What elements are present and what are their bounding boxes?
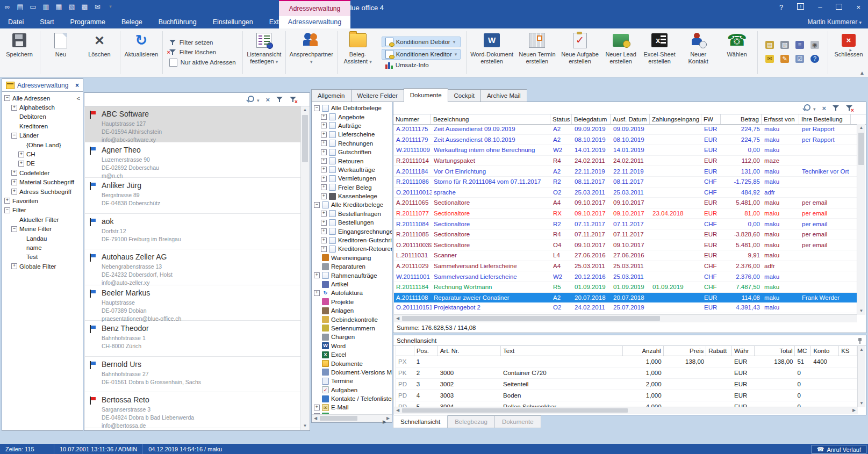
- checklist-icon[interactable]: ☑: [795, 55, 804, 63]
- doc-tree-item[interactable]: Chargen: [312, 333, 392, 341]
- tree-toggle-icon[interactable]: [321, 122, 327, 128]
- tree-toggle-icon[interactable]: [314, 405, 320, 410]
- print-export-icon[interactable]: ▧: [780, 41, 789, 49]
- ribbon-display-icon[interactable]: ↑: [797, 3, 804, 10]
- scroll-right-icon[interactable]: ▶: [850, 407, 858, 414]
- module-document-tab[interactable]: Adressverwaltung ×: [2, 78, 83, 92]
- nav-tree-item[interactable]: Alle Adressen: [2, 93, 83, 103]
- table-row[interactable]: A.20111175 Zeit Aussendienst 09.09.2019 …: [394, 124, 857, 135]
- doc-tree-item[interactable]: Eingangsrechnungen: [312, 227, 392, 235]
- cd-icon[interactable]: ◉: [810, 41, 819, 49]
- quickview-row[interactable]: PD 4 3003 Boden 1,000 EUR 0: [396, 390, 857, 401]
- scroll-left-icon[interactable]: ◀: [394, 407, 401, 414]
- bottom-tab[interactable]: Belegbezug: [448, 415, 495, 428]
- chart-icon[interactable]: ▥: [42, 3, 50, 11]
- menu-item-adressverwaltung-active[interactable]: Adressverwaltung: [279, 16, 350, 28]
- nav-tree-item[interactable]: Kreditoren: [2, 121, 83, 131]
- quick-access-dropdown-icon[interactable]: ▾: [106, 3, 114, 11]
- help-round-icon[interactable]: ?: [810, 55, 819, 63]
- conditions-creditor-button[interactable]: Konditionen Kreditor▾: [382, 49, 461, 60]
- menu-item[interactable]: Belege: [113, 16, 150, 28]
- menu-item[interactable]: Programme: [62, 16, 113, 28]
- table-row[interactable]: A.20111179 Zeit Aussendienst 08.10.2019 …: [394, 135, 857, 146]
- document-list-icon[interactable]: ≡: [795, 41, 804, 49]
- doc-tree-item[interactable]: Dokumente: [312, 359, 392, 367]
- column-header[interactable]: Status: [550, 114, 572, 124]
- table-row[interactable]: R.20111085 Sectionaltore R4 07.11.2017 0…: [394, 229, 857, 240]
- doc-tree-item[interactable]: Retouren: [312, 156, 392, 165]
- note-edit-icon[interactable]: ✎: [780, 55, 789, 63]
- doc-tree-item[interactable]: Autofaktura: [312, 289, 392, 297]
- new-doc-icon[interactable]: ▭: [29, 3, 37, 11]
- detail-tab[interactable]: Cockpit: [448, 89, 480, 102]
- help-icon[interactable]: ?: [779, 3, 783, 11]
- clear-search-icon[interactable]: ×: [266, 96, 270, 104]
- doc-tree-item[interactable]: Freier Beleg: [312, 183, 392, 192]
- column-header[interactable]: FW: [701, 114, 721, 124]
- doc-tree-item[interactable]: Kreditoren-Gutschrifte: [312, 236, 392, 244]
- doc-tree-item[interactable]: E-Mail: [312, 403, 392, 412]
- doc-tree-item[interactable]: Seriennummern: [312, 324, 392, 333]
- doc-tree-item[interactable]: Aufträge: [312, 121, 392, 130]
- column-header[interactable]: Konto: [811, 346, 839, 356]
- doc-tree-item[interactable]: Gebindekontrolle: [312, 315, 392, 323]
- table-row[interactable]: W.20111009 Werkauftrag intern ohne Berec…: [394, 145, 857, 156]
- tree-toggle-icon[interactable]: [321, 149, 327, 155]
- filter-icon[interactable]: [276, 96, 283, 103]
- ribbon-overflow-icon[interactable]: ▸: [849, 47, 852, 53]
- quickview-row[interactable]: PK 2 3000 Container C720 1,000 EUR 0: [396, 367, 857, 379]
- scroll-up-icon[interactable]: ▲: [858, 346, 865, 354]
- nav-tree-item[interactable]: Landau: [2, 234, 83, 243]
- create-button[interactable]: Neuen Terminerstellen: [516, 28, 558, 77]
- clear-search-icon[interactable]: ×: [822, 104, 826, 112]
- tree-toggle-icon[interactable]: [321, 158, 327, 164]
- table-row[interactable]: O.201110039 Sectionaltore O4 09.10.2017 …: [394, 240, 857, 251]
- tree-toggle-icon[interactable]: [11, 179, 17, 185]
- column-header[interactable]: Preis: [664, 346, 707, 356]
- tree-toggle-icon[interactable]: [11, 133, 17, 139]
- table-row[interactable]: O.201110013 sprache O2 25.03.2011 25.03.…: [394, 188, 857, 198]
- column-header[interactable]: Betrag: [721, 114, 762, 124]
- menu-item[interactable]: Datei: [0, 16, 32, 28]
- revenue-info-button[interactable]: Umsatz-Info: [382, 61, 461, 69]
- table-row[interactable]: O.201110151 Projektangebot 2 O2 24.02.20…: [394, 302, 857, 313]
- contact-person-button[interactable]: Ansprechpartner▾: [287, 28, 336, 77]
- tree-toggle-icon[interactable]: [11, 263, 17, 269]
- tree-toggle-icon[interactable]: [11, 170, 17, 176]
- column-header[interactable]: Anzahl: [623, 346, 664, 356]
- doc-tree-item[interactable]: Gutschriften: [312, 148, 392, 156]
- nav-tree-item[interactable]: Länder: [2, 131, 83, 140]
- doc-tree-item[interactable]: Bestellungen: [312, 218, 392, 227]
- doc-tree-item[interactable]: Reparaturen: [312, 262, 392, 271]
- address-list-item[interactable]: Bertossa Reto Sarganserstrasse 3 DE-0492…: [85, 392, 301, 428]
- column-header[interactable]: KS: [839, 346, 857, 356]
- tree-toggle-icon[interactable]: [321, 114, 327, 120]
- splitter-expand-icon[interactable]: ▶: [383, 419, 386, 424]
- column-header[interactable]: Ausf. Datum: [611, 114, 650, 124]
- nav-tree-item[interactable]: Meine Filter: [2, 224, 83, 233]
- nav-tree-item[interactable]: Test: [2, 253, 83, 262]
- column-header[interactable]: Währ: [732, 346, 755, 356]
- tree-toggle-icon[interactable]: [321, 237, 327, 243]
- tree-toggle-icon[interactable]: [11, 189, 17, 194]
- table-vscrollbar[interactable]: ▲ ▼: [857, 124, 865, 315]
- doc-tree-item[interactable]: Word: [312, 342, 392, 350]
- column-header[interactable]: Erfasst von: [762, 114, 799, 124]
- nav-tree-item[interactable]: Favoriten: [2, 196, 83, 205]
- nav-tree-item[interactable]: Globale Filter: [2, 262, 83, 271]
- column-header[interactable]: Bezeichnung: [431, 114, 550, 124]
- bottom-tab[interactable]: Schnellansicht: [393, 415, 448, 428]
- detail-tab[interactable]: Weitere Felder: [351, 89, 404, 102]
- column-header[interactable]: Ihre Bestellung: [799, 114, 851, 124]
- nav-tree-item[interactable]: name: [2, 243, 83, 252]
- bottom-tab[interactable]: Dokumente: [495, 415, 541, 428]
- address-list-item[interactable]: Anliker Jürg Bergstrasse 89 DE-04838 Dob…: [85, 178, 301, 214]
- doc-tree-item[interactable]: Kassenbelege: [312, 192, 392, 200]
- doc-tree-item[interactable]: Angebote: [312, 112, 392, 121]
- filter-clear-icon[interactable]: ×: [290, 96, 297, 103]
- filter-icon[interactable]: [833, 105, 840, 111]
- create-button[interactable]: NeuerKontakt: [679, 28, 718, 77]
- grid-icon[interactable]: ▦: [55, 3, 63, 11]
- link-icon[interactable]: ∞: [3, 3, 11, 11]
- doc-tree-item[interactable]: Aufgaben: [312, 386, 392, 394]
